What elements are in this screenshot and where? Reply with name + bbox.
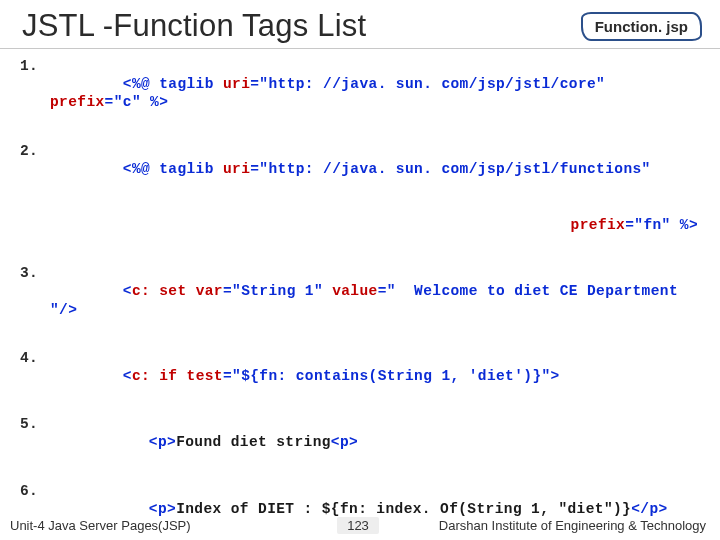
- code-line: 3. <c: set var="String 1" value=" Welcom…: [20, 264, 700, 337]
- footer-left: Unit-4 Java Server Pages(JSP): [10, 518, 337, 533]
- code-line-wrap: prefix="fn" %>: [20, 198, 700, 252]
- code-listing: 1. <%@ taglib uri="http: //java. sun. co…: [0, 49, 720, 540]
- code-line: 2. <%@ taglib uri="http: //java. sun. co…: [20, 142, 700, 196]
- footer-right: Darshan Institute of Engineering & Techn…: [379, 518, 706, 533]
- code-line: 4. <c: if test="${fn: contains(String 1,…: [20, 349, 700, 403]
- code-line: 5. <p>Found diet string<p>: [20, 415, 700, 469]
- title-row: JSTL -Function Tags List Function. jsp: [0, 0, 720, 49]
- line-number: 5.: [20, 415, 50, 433]
- line-number: 4.: [20, 349, 50, 367]
- line-number: 2.: [20, 142, 50, 160]
- footer-page: 123: [337, 517, 379, 534]
- line-number: 3.: [20, 264, 50, 282]
- line-number: 1.: [20, 57, 50, 75]
- slide-title: JSTL -Function Tags List: [22, 8, 366, 44]
- line-number: 6.: [20, 482, 50, 500]
- footer: Unit-4 Java Server Pages(JSP) 123 Darsha…: [0, 517, 720, 536]
- filename-badge: Function. jsp: [581, 12, 702, 41]
- code-line: 1. <%@ taglib uri="http: //java. sun. co…: [20, 57, 700, 130]
